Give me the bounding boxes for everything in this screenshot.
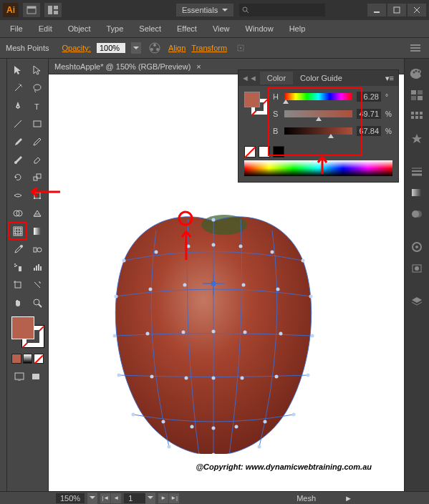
black-swatch[interactable] <box>273 146 284 158</box>
paintbrush-tool[interactable] <box>9 133 26 150</box>
direct-selection-tool[interactable] <box>28 62 46 78</box>
width-tool[interactable] <box>9 187 26 203</box>
none-color-swatch[interactable] <box>244 146 256 158</box>
maximize-button[interactable] <box>387 4 406 16</box>
menu-effect[interactable]: Effect <box>170 22 204 35</box>
eraser-tool[interactable] <box>28 151 46 168</box>
svg-point-69 <box>302 259 305 263</box>
cb-selection-label: Mesh Points <box>6 44 49 52</box>
svg-point-71 <box>149 288 153 291</box>
layers-panel-button[interactable] <box>407 292 427 311</box>
recolor-button[interactable] <box>147 40 163 56</box>
color-panel-button[interactable] <box>407 64 427 83</box>
b-slider[interactable] <box>284 127 352 135</box>
tab-close-button[interactable]: × <box>196 62 201 71</box>
perspective-tool[interactable] <box>28 205 46 221</box>
isolate-button[interactable] <box>233 40 249 56</box>
fill-stroke-swatch[interactable] <box>9 316 47 352</box>
line-tool[interactable] <box>9 115 26 132</box>
opacity-label[interactable]: Opacity: <box>62 44 91 52</box>
selection-tool[interactable] <box>9 62 26 78</box>
collapse-panel-button[interactable]: ◄◄ <box>238 74 260 82</box>
opacity-input[interactable]: 100% <box>97 43 125 53</box>
magic-wand-tool[interactable] <box>9 79 26 96</box>
pen-tool[interactable] <box>9 97 26 114</box>
bridge-button[interactable] <box>23 3 40 17</box>
status-menu[interactable]: ► <box>344 494 352 503</box>
cb-menu-button[interactable] <box>408 40 423 56</box>
blob-brush-tool[interactable] <box>9 151 26 168</box>
menu-type[interactable]: Type <box>100 22 131 35</box>
color-mode[interactable] <box>11 354 21 364</box>
graph-tool[interactable] <box>28 258 46 275</box>
zoom-dropdown[interactable] <box>87 493 97 504</box>
gradient-tool[interactable] <box>28 223 46 239</box>
nav-first[interactable]: |◄ <box>100 493 110 503</box>
nav-last[interactable]: ►| <box>169 493 179 503</box>
scale-tool[interactable] <box>28 169 46 185</box>
symbols-panel-button[interactable] <box>407 129 427 147</box>
b-value[interactable]: 67.84 <box>357 126 381 136</box>
screen-mode-button[interactable] <box>11 368 27 384</box>
eyedropper-tool[interactable] <box>9 241 26 257</box>
menu-view[interactable]: View <box>206 22 237 35</box>
nav-prev[interactable]: ◄ <box>111 493 121 503</box>
screen-icon <box>14 372 24 381</box>
blend-tool[interactable] <box>28 241 46 257</box>
recolor-icon <box>149 42 160 54</box>
pencil-tool[interactable] <box>28 133 46 150</box>
menu-help[interactable]: Help <box>282 22 313 35</box>
artboard-dropdown[interactable] <box>145 493 155 504</box>
rotate-tool[interactable] <box>9 169 26 185</box>
shape-builder-tool[interactable] <box>9 205 26 221</box>
menu-object[interactable]: Object <box>61 22 98 35</box>
close-button[interactable] <box>408 4 426 16</box>
hand-tool[interactable] <box>9 294 26 311</box>
white-swatch[interactable] <box>259 146 270 158</box>
artboard-number[interactable]: 1 <box>124 493 145 503</box>
s-value[interactable]: 49.71 <box>357 109 381 119</box>
panel-fill-swatch[interactable] <box>244 92 260 107</box>
gradient-panel-button[interactable] <box>407 183 427 202</box>
lasso-tool[interactable] <box>28 79 46 96</box>
panel-fill-stroke[interactable] <box>244 92 266 117</box>
artboard-tool[interactable] <box>9 276 26 293</box>
symbol-sprayer-tool[interactable] <box>9 258 26 275</box>
tab-color[interactable]: Color <box>260 72 293 84</box>
opacity-dropdown[interactable] <box>131 42 141 54</box>
mesh-tool[interactable] <box>9 223 26 239</box>
fill-swatch[interactable] <box>11 316 34 339</box>
stroke-panel-button[interactable] <box>407 162 427 180</box>
slice-tool[interactable] <box>28 276 46 293</box>
change-screen-button[interactable] <box>29 368 44 384</box>
menu-select[interactable]: Select <box>132 22 168 35</box>
h-value[interactable]: 6.28 <box>357 92 381 102</box>
transform-link[interactable]: Transform <box>191 44 227 52</box>
h-slider[interactable] <box>284 93 352 100</box>
gradient-mode[interactable] <box>23 354 33 364</box>
menu-file[interactable]: File <box>3 22 30 35</box>
none-mode[interactable] <box>34 354 44 364</box>
zoom-tool[interactable] <box>28 294 46 311</box>
appearance-panel-button[interactable] <box>407 238 427 256</box>
type-tool[interactable]: T <box>28 97 46 114</box>
align-link[interactable]: Align <box>168 44 185 52</box>
svg-line-20 <box>15 85 21 91</box>
transparency-panel-button[interactable] <box>407 205 427 223</box>
mesh-apple-artwork[interactable] <box>85 196 342 454</box>
search-input[interactable] <box>239 4 325 16</box>
menu-edit[interactable]: Edit <box>32 22 59 35</box>
zoom-value[interactable]: 150% <box>56 493 85 503</box>
workspace-dropdown[interactable]: Essentials <box>176 4 233 16</box>
nav-next[interactable]: ► <box>158 493 168 503</box>
arrange-button[interactable] <box>44 3 62 17</box>
tab-color-guide[interactable]: Color Guide <box>293 72 350 84</box>
brushes-panel-button[interactable] <box>407 107 427 126</box>
panel-menu-button[interactable]: ▾≡ <box>381 74 398 83</box>
graphic-styles-panel-button[interactable] <box>407 259 427 278</box>
swatches-panel-button[interactable] <box>407 86 427 105</box>
rectangle-tool[interactable] <box>28 115 46 132</box>
minimize-button[interactable] <box>367 4 386 16</box>
s-slider[interactable] <box>284 110 352 117</box>
menu-window[interactable]: Window <box>238 22 281 35</box>
